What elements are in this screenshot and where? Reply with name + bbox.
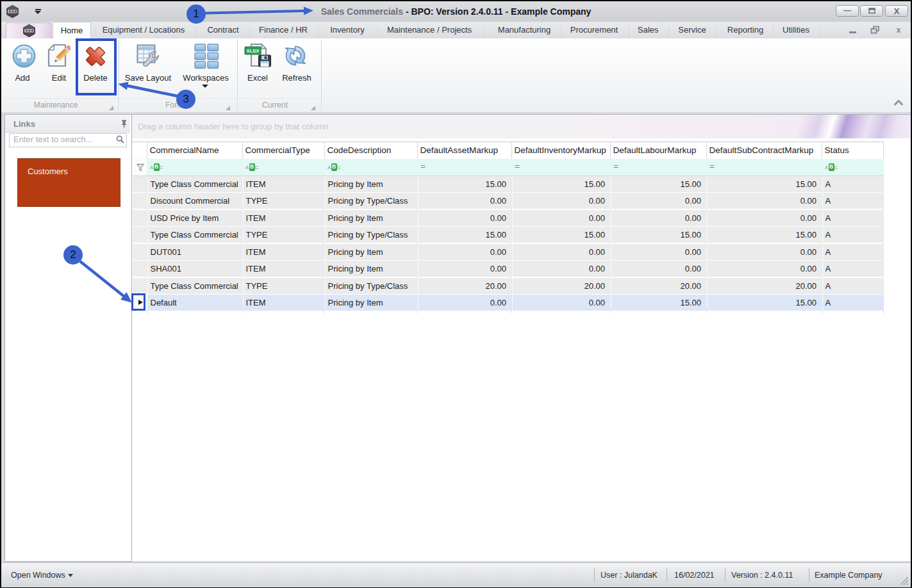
svg-text:XLSX: XLSX xyxy=(247,48,260,54)
